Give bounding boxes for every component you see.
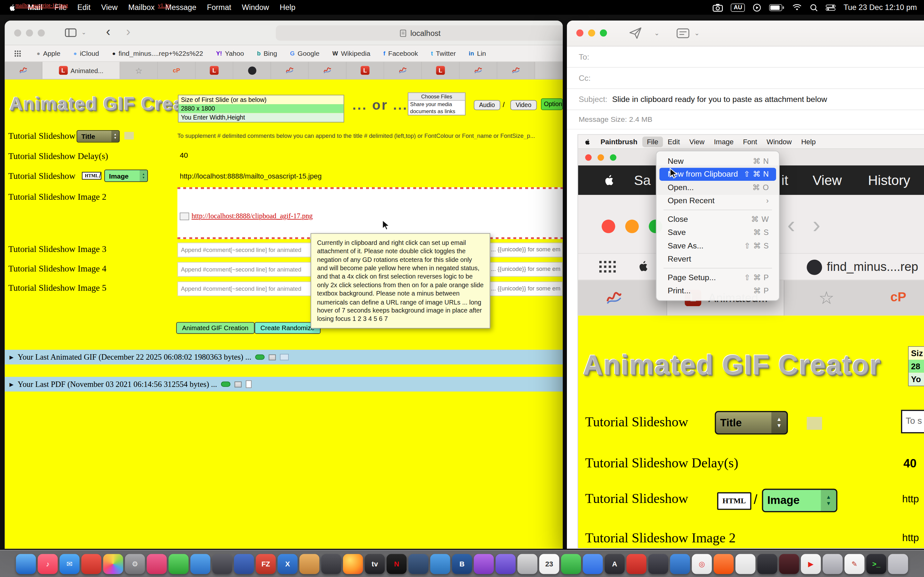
apple-menu-icon[interactable] [584,137,591,146]
audio-button[interactable]: Audio [474,100,500,110]
dock-icon-maroon-app[interactable] [779,554,799,574]
send-message-icon[interactable] [629,27,642,39]
dock-icon-dark-app[interactable] [757,554,777,574]
paintbrush-menu-item[interactable]: Image [709,136,738,147]
file-menu-item[interactable]: Revert [659,252,776,266]
dock-icon-trash[interactable] [888,554,908,574]
close-button[interactable] [576,29,583,37]
file-menu-item[interactable]: Save As...⇧ ⌘ S [659,239,776,252]
html-chip-button[interactable]: HTML [82,172,101,179]
dock-icon-amber-app[interactable] [299,554,319,574]
dock-icon-music[interactable]: ♪ [38,554,58,574]
bookmark-item[interactable]: ●Apple [37,50,60,57]
battery-icon[interactable] [769,3,785,11]
paintbrush-app-name[interactable]: Paintbrush [596,137,642,146]
choose-files-button[interactable]: Choose Files [409,93,465,101]
browser-tab[interactable]: ☆ [120,62,158,79]
dock-icon-dark-a[interactable]: A [604,554,624,574]
animated-gif-creation-button[interactable]: Animated GIF Creation [176,322,254,334]
sidebar-chevron-icon[interactable]: ⌄ [81,29,86,35]
file-upload-control[interactable]: Choose Files Share your media documents … [408,92,465,115]
last-pdf-bar[interactable]: ▶ Your Last PDF (November 03 2021 06:14:… [5,377,563,392]
browser-tab[interactable] [384,62,422,79]
format-pane-icon[interactable] [677,28,690,38]
file-menu-item[interactable]: New⌘ N [659,154,776,167]
bookmark-item[interactable]: GGoogle [290,50,320,57]
dock-icon-ink-app[interactable] [648,554,668,574]
chevron-down-icon[interactable]: ⌄ [694,29,700,37]
file-menu-item[interactable]: Save⌘ S [659,226,776,239]
to-field[interactable]: To: [567,47,924,68]
browser-tab[interactable]: L [422,62,460,79]
dock-icon-photos[interactable] [103,554,123,574]
camera-status-icon[interactable] [712,3,723,11]
browser-tab[interactable] [309,62,347,79]
wifi-icon[interactable] [792,3,802,11]
title-dropdown[interactable]: Title▲▼ [77,130,120,143]
paintbrush-menu-item[interactable]: Window [762,136,796,147]
menubar-menu-item[interactable]: Window [236,3,274,12]
menubar-menu-item[interactable]: Edit [72,3,96,12]
minimize-button[interactable] [588,29,595,37]
dock-icon-filezilla[interactable]: FZ [256,554,276,574]
address-bar[interactable]: localhost [276,25,563,41]
image-dropdown[interactable]: Image▲▼ [104,169,148,182]
dock-icon-violet-app[interactable] [496,554,515,574]
bookmark-item[interactable]: tTwitter [431,50,456,57]
file-menu-item[interactable]: Close⌘ W [659,213,776,226]
file-menu-item[interactable]: Print...⌘ P [659,284,776,297]
file-menu-item[interactable]: Open...⌘ O [659,181,776,194]
spotlight-search-icon[interactable] [810,3,818,11]
dock-icon-silver-app[interactable] [822,554,843,574]
dock-icon-mail[interactable]: ✉ [60,554,79,574]
image2-drop-zone[interactable]: http://localhost:8888/clipboad_agif-17.p… [178,187,563,239]
subject-field[interactable]: Subject:Slide in clipboard ready for you… [567,89,924,110]
bookmark-item[interactable]: WWikipedia [333,50,370,57]
dock-icon-netflix[interactable]: N [387,554,407,574]
dock-icon-red-app[interactable] [81,554,101,574]
bookmark-item[interactable]: ●find_minus....rep+%22s%22 [112,50,203,57]
bookmarks-grid-icon[interactable] [14,50,21,57]
browser-tab[interactable]: L [196,62,234,79]
minimize-button[interactable] [26,29,33,37]
menubar-menu-item[interactable]: View [96,3,123,12]
keyboard-icon[interactable] [280,354,289,360]
dock-icon-firefox[interactable] [343,554,363,574]
forward-button[interactable]: › [126,24,130,39]
close-button[interactable] [14,29,21,37]
paintbrush-menu-item[interactable]: Help [796,136,821,147]
browser-tab[interactable] [460,62,498,79]
color-swatch[interactable] [124,132,134,139]
dock-icon-green-app[interactable] [168,554,188,574]
browser-tab[interactable] [497,62,535,79]
dock-icon-podcasts[interactable] [474,554,494,574]
paintbrush-menu-item[interactable]: Font [738,136,762,147]
pdf-page-icon[interactable] [246,380,252,388]
dock-icon-finder[interactable] [16,554,36,574]
bookmark-item[interactable]: Y!Yahoo [216,50,244,57]
grid-thumbnail-icon[interactable] [269,354,276,360]
slide1-url-text[interactable]: http://localhost:8888/mailto_osascript-1… [180,172,321,180]
dock-icon-azure-app[interactable] [430,554,450,574]
green-pill-icon[interactable] [255,355,265,360]
paintbrush-menu-item[interactable]: File [642,136,663,147]
paintbrush-menu-item[interactable]: View [685,136,709,147]
dock-icon-blue-x[interactable]: X [278,554,297,574]
control-center-icon[interactable] [826,3,836,11]
menubar-menu-item[interactable]: Format [202,3,236,12]
zoom-button[interactable] [600,29,607,37]
file-menu-item[interactable]: Open Recent› [659,194,776,207]
sidebar-toggle-icon[interactable] [65,28,77,37]
dock-icon-steel-app[interactable] [409,554,428,574]
dock-icon-paintbrush[interactable]: ✎ [845,554,864,574]
dock-icon-charcoal-app[interactable] [321,554,341,574]
dock-icon-calendar[interactable]: 23 [540,554,559,574]
cc-field[interactable]: Cc: [567,68,924,89]
dock-icon-whatsapp[interactable] [561,554,581,574]
first-slide-size-box[interactable]: Size of First Slide (or as below) 2880 x… [178,95,344,122]
browser-tab[interactable] [233,62,271,79]
last-animated-gif-bar[interactable]: ▶ Your Last Animated GIF (December 22 20… [5,350,563,364]
dock-icon-red-app-2[interactable] [626,554,646,574]
slideshow-delay-value[interactable]: 40 [180,151,188,160]
bookmark-item[interactable]: bBing [257,50,277,57]
